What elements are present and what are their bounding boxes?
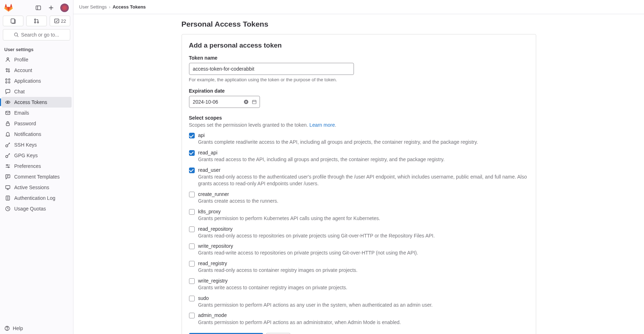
scope-description: Grants create access to the runners.: [198, 198, 529, 205]
svg-point-12: [6, 69, 7, 70]
collapse-sidebar-icon[interactable]: [33, 3, 43, 13]
expiration-date-input[interactable]: [189, 96, 260, 108]
sidebar-item-authentication-log[interactable]: Authentication Log: [1, 193, 72, 203]
sidebar-item-notifications[interactable]: Notifications: [1, 129, 72, 139]
scope-item-k8s_proxy: k8s_proxyGrants permission to perform Ku…: [189, 208, 529, 222]
breadcrumb-separator: ›: [109, 4, 110, 10]
issues-button[interactable]: [3, 16, 23, 26]
account-icon: [5, 67, 11, 73]
svg-rect-4: [11, 19, 15, 23]
breadcrumb-current: Access Tokens: [112, 4, 146, 10]
sidebar-item-password[interactable]: Password: [1, 118, 72, 129]
scope-description: Grants permission to perform Kubernetes …: [198, 215, 529, 222]
search-input[interactable]: Search or go to...: [3, 29, 70, 40]
scope-label[interactable]: write_repository: [198, 243, 529, 249]
svg-point-5: [34, 19, 36, 20]
scope-checkbox-read_registry[interactable]: [189, 261, 195, 267]
svg-rect-43: [252, 100, 256, 104]
svg-point-25: [6, 155, 8, 158]
scope-label[interactable]: create_runner: [198, 191, 529, 197]
monitor-icon: [5, 185, 11, 190]
scope-item-read_user: read_userGrants read-only access to the …: [189, 167, 529, 187]
scope-description: Grants permission to perform API actions…: [198, 302, 529, 309]
sidebar-item-emails[interactable]: Emails: [1, 108, 72, 118]
scope-checkbox-api[interactable]: [189, 133, 195, 138]
gitlab-logo-icon[interactable]: [4, 4, 13, 12]
sidebar-item-chat[interactable]: Chat: [1, 86, 72, 97]
scope-label[interactable]: k8s_proxy: [198, 208, 529, 215]
sidebar-item-label: Password: [14, 121, 36, 126]
scope-item-write_repository: write_repositoryGrants read-write access…: [189, 243, 529, 257]
scope-checkbox-write_registry[interactable]: [189, 278, 195, 284]
sidebar-item-access-tokens[interactable]: Access Tokens: [1, 97, 72, 108]
scope-label[interactable]: read_repository: [198, 226, 529, 232]
scope-checkbox-read_api[interactable]: [189, 150, 195, 156]
scope-checkbox-k8s_proxy[interactable]: [189, 209, 195, 215]
svg-point-7: [37, 22, 39, 23]
scope-label[interactable]: read_registry: [198, 260, 529, 267]
scope-item-sudo: sudoGrants permission to perform API act…: [189, 295, 529, 309]
svg-point-13: [8, 71, 10, 72]
sidebar-item-label: Applications: [14, 78, 41, 84]
help-icon: [4, 325, 10, 331]
svg-rect-0: [36, 6, 41, 10]
sidebar-item-profile[interactable]: Profile: [1, 54, 72, 65]
sidebar-item-active-sessions[interactable]: Active Sessions: [1, 182, 72, 193]
chat-icon: [5, 89, 11, 94]
calendar-icon[interactable]: [251, 99, 257, 105]
scope-checkbox-write_repository[interactable]: [189, 243, 195, 249]
scope-item-read_registry: read_registryGrants read-only access to …: [189, 260, 529, 274]
scope-checkbox-read_user[interactable]: [189, 168, 195, 173]
sidebar-help[interactable]: Help: [0, 323, 73, 334]
scope-description: Grants read-only access to the authentic…: [198, 174, 529, 187]
todos-button[interactable]: 22: [50, 16, 70, 26]
scope-checkbox-create_runner[interactable]: [189, 192, 195, 197]
learn-more-link[interactable]: Learn more: [310, 122, 335, 128]
key-icon: [5, 153, 11, 158]
token-form-card: Add a personal access token Token name F…: [182, 34, 536, 334]
scope-item-read_repository: read_repositoryGrants read-only access t…: [189, 226, 529, 240]
sidebar-item-label: SSH Keys: [14, 142, 37, 148]
svg-point-28: [7, 165, 8, 166]
token-icon: [5, 99, 11, 105]
scope-checkbox-sudo[interactable]: [189, 296, 195, 301]
svg-rect-18: [6, 82, 7, 83]
sidebar-item-gpg-keys[interactable]: GPG Keys: [1, 150, 72, 161]
sidebar-item-applications[interactable]: Applications: [1, 76, 72, 86]
svg-rect-16: [6, 79, 7, 80]
sidebar-item-ssh-keys[interactable]: SSH Keys: [1, 139, 72, 150]
comment-icon: [5, 174, 11, 180]
quota-icon: [5, 206, 11, 212]
breadcrumb-parent[interactable]: User Settings: [79, 4, 107, 10]
sidebar-item-label: Profile: [14, 57, 28, 62]
sidebar-item-label: GPG Keys: [14, 153, 38, 158]
scope-description: Grants read-only access to repositories …: [198, 232, 529, 240]
user-avatar[interactable]: [60, 4, 69, 12]
sidebar-item-label: Usage Quotas: [14, 206, 46, 212]
clear-date-icon[interactable]: [243, 99, 249, 105]
scope-label[interactable]: read_user: [198, 167, 529, 173]
scope-checkbox-admin_mode[interactable]: [189, 313, 195, 318]
svg-point-9: [15, 33, 18, 36]
svg-point-29: [8, 167, 9, 168]
scopes-description: Scopes set the permission levels granted…: [189, 122, 529, 128]
sidebar-item-account[interactable]: Account: [1, 65, 72, 76]
scope-checkbox-read_repository[interactable]: [189, 226, 195, 232]
scope-label[interactable]: write_registry: [198, 278, 529, 284]
sidebar-item-comment-templates[interactable]: Comment Templates: [1, 171, 72, 182]
token-name-input[interactable]: [189, 63, 354, 75]
scope-description: Grants read-write access to repositories…: [198, 250, 529, 257]
sidebar-item-label: Chat: [14, 89, 25, 94]
sidebar-item-label: Emails: [14, 110, 29, 116]
scope-label[interactable]: admin_mode: [198, 312, 529, 318]
scope-label[interactable]: api: [198, 132, 529, 138]
sidebar-item-preferences[interactable]: Preferences: [1, 161, 72, 171]
scope-label[interactable]: read_api: [198, 149, 529, 156]
svg-point-15: [6, 71, 7, 72]
sidebar-item-usage-quotas[interactable]: Usage Quotas: [1, 203, 72, 214]
plus-icon[interactable]: [46, 3, 56, 13]
bell-icon: [5, 131, 11, 137]
scope-label[interactable]: sudo: [198, 295, 529, 301]
sidebar-section-title: User settings: [0, 43, 73, 54]
merge-requests-button[interactable]: [26, 16, 47, 26]
